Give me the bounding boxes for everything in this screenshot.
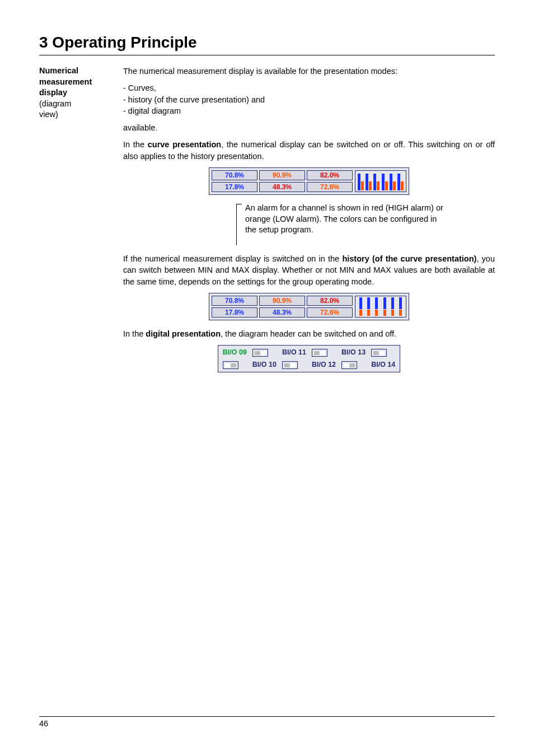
footer-rule	[39, 716, 495, 717]
bracket-icon	[236, 204, 242, 245]
value-cell: 17.8%	[212, 182, 257, 192]
margin-line: view)	[39, 110, 58, 119]
switch-icon	[223, 361, 238, 369]
bullet: - history (of the curve presentation) an…	[123, 94, 495, 105]
margin-line: display	[39, 88, 67, 97]
rule	[39, 55, 495, 55]
term: digital presentation	[146, 329, 221, 338]
switch-icon	[341, 361, 357, 369]
switch-icon	[371, 349, 387, 357]
text: In the	[123, 140, 148, 149]
bullet-list: - Curves, - history (of the curve presen…	[123, 82, 495, 116]
term: curve presentation	[148, 140, 221, 149]
switch-icon	[252, 349, 268, 357]
io-label: BI/O 12	[312, 360, 336, 370]
margin-line: measurement	[39, 77, 92, 86]
value-cell: 82.0%	[307, 170, 353, 180]
value-cell: 17.8%	[212, 307, 257, 318]
io-label: BI/O 11	[282, 348, 306, 358]
switch-icon	[312, 349, 327, 357]
value-cell: 82.0%	[307, 296, 353, 306]
figure-numerical-display: 70.8% 90.9% 82.0% 17.8% 48.3% 72.6%	[209, 167, 409, 195]
value-cell: 90.9%	[259, 170, 305, 180]
text: If the numerical measurement display is …	[123, 254, 342, 263]
margin-line: Numerical	[39, 66, 78, 75]
io-label: BI/O 13	[341, 348, 366, 358]
value-cell: 70.8%	[212, 296, 257, 306]
value-cell: 72.6%	[307, 182, 353, 192]
page-number: 46	[39, 719, 495, 728]
value-cell: 72.6%	[307, 307, 353, 318]
bullet: - digital diagram	[123, 105, 495, 116]
value-cell: 48.3%	[259, 307, 305, 318]
paragraph: available.	[123, 122, 495, 133]
io-label: BI/O 14	[371, 360, 395, 370]
margin-line: (diagram	[39, 99, 71, 108]
paragraph: In the digital presentation, the diagram…	[123, 328, 495, 339]
switch-icon	[282, 361, 298, 369]
margin-note: Numerical measurement display (diagram v…	[39, 66, 123, 380]
io-label: BI/O 10	[252, 360, 277, 370]
value-cell: 70.8%	[212, 170, 257, 180]
bargraph-icon	[355, 170, 406, 192]
chapter-title: 3 Operating Principle	[39, 34, 495, 52]
text: , the diagram header can be switched on …	[221, 329, 396, 338]
paragraph: In the curve presentation, the numerical…	[123, 139, 495, 162]
figure-digital-header: BI/O 09 BI/O 11 BI/O 13 BI/O 10 BI/O 12 …	[218, 345, 400, 372]
paragraph: The numerical measurement display is ava…	[123, 66, 495, 77]
figure-history-display: 70.8% 90.9% 82.0% 17.8% 48.3% 72.6%	[209, 293, 409, 320]
value-cell: 48.3%	[259, 182, 305, 192]
bargraph-icon	[355, 296, 406, 318]
io-label: BI/O 09	[223, 348, 247, 358]
text: In the	[123, 329, 146, 338]
paragraph: If the numerical measurement display is …	[123, 253, 495, 287]
bullet: - Curves,	[123, 82, 495, 94]
value-cell: 90.9%	[259, 296, 305, 306]
term: history (of the curve presentation)	[342, 254, 476, 263]
figure-caption: An alarm for a channel is shown in red (…	[123, 203, 495, 245]
caption-text: An alarm for a channel is shown in red (…	[245, 203, 449, 245]
